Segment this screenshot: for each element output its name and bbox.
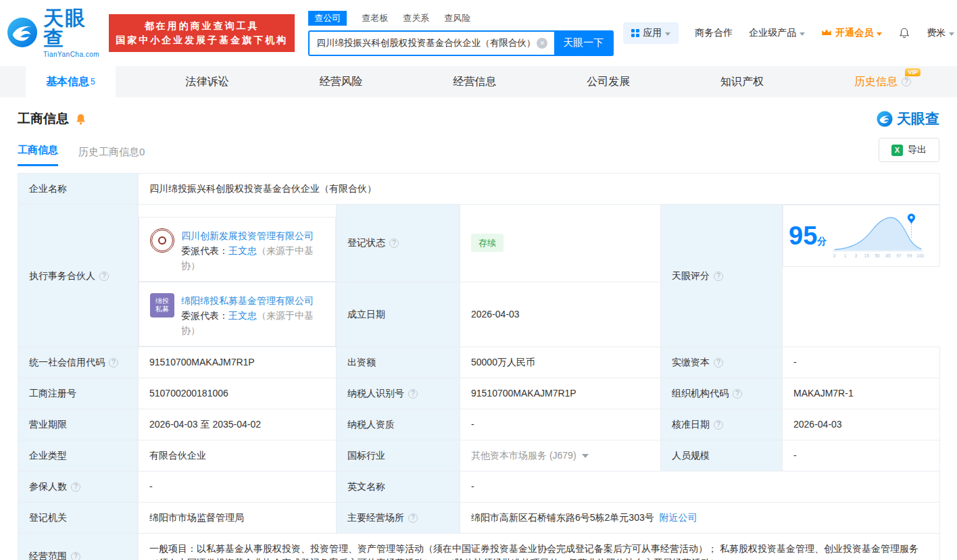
page: 天眼查 TianYanCha.com 都在用的商业查询工具 国家中小企业发展子基…	[0, 0, 957, 560]
svg-text:1: 1	[844, 253, 847, 258]
field-label: 企业名称	[18, 174, 139, 205]
field-label: 成立日期	[337, 282, 460, 347]
help-icon[interactable]	[408, 513, 418, 523]
help-icon[interactable]	[714, 420, 723, 430]
search-tab-risk[interactable]: 查风险	[444, 11, 470, 26]
nearby-companies-link[interactable]: 附近公司	[660, 512, 697, 523]
field-label: 企业类型	[18, 440, 139, 472]
reg-status-value: 存续	[460, 205, 661, 282]
partner-company-link[interactable]: 四川创新发展投资管理有限公司	[181, 230, 314, 241]
business-scope-value: 一般项目：以私募基金从事股权投资、投资管理、资产管理等活动（须在中国证券投资基金…	[139, 534, 940, 560]
score-pin-icon	[908, 213, 915, 238]
business-cooperation-link[interactable]: 商务合作	[695, 27, 733, 39]
tab-legal-proceedings[interactable]: 法律诉讼	[166, 66, 249, 97]
score-value: 95	[789, 222, 817, 250]
section-title: 工商信息	[18, 110, 69, 128]
subtab-history-business-info[interactable]: 历史工商信息0	[78, 146, 145, 166]
score-distribution-chart: 0 1 3 15 50 85 97 99 100	[831, 209, 925, 262]
chevron-down-icon	[877, 32, 882, 36]
bell-icon	[898, 27, 910, 39]
tab-company-development[interactable]: 公司发展	[566, 66, 650, 97]
field-label: 核准日期	[661, 409, 783, 440]
svg-text:50: 50	[875, 253, 881, 258]
search-tab-company[interactable]: 查公司	[308, 11, 347, 26]
partner-logo-icon: 绵投 私募	[150, 293, 174, 317]
vip-badge: VIP	[905, 68, 921, 76]
expand-industry-icon[interactable]	[582, 454, 589, 458]
main-content: 工商信息 天眼查 工商信息 历史工商信息0	[0, 109, 957, 560]
open-vip-menu[interactable]: 开通会员	[821, 27, 882, 39]
insured-value: -	[139, 472, 337, 503]
help-icon[interactable]	[71, 482, 80, 492]
svg-text:99: 99	[907, 253, 912, 258]
search-button[interactable]: 天眼一下	[554, 32, 612, 55]
svg-text:97: 97	[896, 253, 902, 258]
crown-icon	[821, 28, 832, 39]
representative-link[interactable]: 王文忠	[228, 245, 257, 256]
slogan-line2: 国家中小企业发展子基金旗下机构	[116, 33, 288, 47]
user-account-menu[interactable]: 费米	[927, 27, 954, 39]
search-box: 天眼一下	[308, 30, 614, 56]
table-row: 绵投 私募 绵阳绵投私募基金管理有限公司 委派代表：王文忠（来源于中基协） 成立…	[18, 282, 940, 347]
status-badge: 存续	[471, 234, 504, 252]
representative-link[interactable]: 王文忠	[228, 310, 257, 321]
partner-company-link[interactable]: 绵阳绵投私募基金管理有限公司	[181, 295, 314, 306]
credit-code-value: 91510700MAKAJM7R1P	[139, 347, 337, 378]
monitor-bell-icon[interactable]	[74, 113, 87, 126]
table-row: 工商注册号 510700200181006 纳税人识别号 91510700MAK…	[18, 378, 940, 409]
ent-type-value: 有限合伙企业	[139, 440, 337, 472]
paid-in-value: -	[783, 347, 940, 378]
industry-value: 其他资本市场服务 (J679)	[460, 440, 661, 472]
tianyancha-watermark: 天眼查	[877, 109, 939, 128]
tab-operating-info[interactable]: 经营信息	[433, 66, 516, 97]
search-area: 查公司 查老板 查关系 查风险 天眼一下	[308, 11, 614, 56]
table-row: 经营范围 一般项目：以私募基金从事股权投资、投资管理、资产管理等活动（须在中国证…	[18, 534, 940, 560]
tab-basic-info[interactable]: 基本信息5	[26, 66, 116, 97]
approval-date-value: 2026-04-03	[783, 409, 940, 440]
svg-text:85: 85	[886, 253, 891, 258]
field-label: 登记机关	[18, 503, 139, 534]
staff-value: -	[783, 440, 940, 472]
tab-intellectual-property[interactable]: 知识产权	[700, 66, 784, 97]
company-name-value: 四川绵投振兴科创股权投资基金合伙企业（有限合伙）	[139, 174, 940, 205]
enterprise-products-menu[interactable]: 企业级产品	[749, 27, 805, 39]
search-input[interactable]	[310, 32, 554, 55]
capital-value: 50000万人民币	[460, 347, 661, 378]
company-section-tabs: 基本信息5 法律诉讼 经营风险 经营信息 公司发展 知识产权 VIP 历史信息	[0, 66, 957, 97]
apps-menu[interactable]: 应用	[623, 22, 679, 44]
notifications-bell[interactable]	[898, 27, 910, 39]
help-icon[interactable]	[714, 358, 723, 367]
tianyancha-logo-icon	[877, 111, 893, 127]
chevron-down-icon	[800, 32, 805, 36]
help-icon[interactable]	[389, 238, 399, 248]
tianyancha-logo[interactable]: 天眼查 TianYanCha.com	[7, 8, 99, 58]
help-icon[interactable]	[714, 272, 723, 281]
tab-operating-risk[interactable]: 经营风险	[299, 66, 383, 97]
help-icon[interactable]	[902, 77, 911, 86]
help-icon[interactable]	[71, 552, 80, 560]
tianyan-score: 95分 0 1	[783, 205, 940, 267]
search-tab-relation[interactable]: 查关系	[403, 11, 429, 26]
help-icon[interactable]	[408, 389, 418, 399]
field-label: 人员规模	[661, 440, 783, 472]
subtab-business-info[interactable]: 工商信息	[18, 144, 58, 166]
sub-tabs: 工商信息 历史工商信息0 导出	[18, 138, 939, 166]
slogan-line1: 都在用的商业查询工具	[116, 19, 288, 33]
chevron-down-icon	[665, 32, 670, 36]
tianyancha-logo-icon	[7, 17, 38, 50]
search-tab-boss[interactable]: 查老板	[362, 11, 388, 26]
help-icon[interactable]	[733, 389, 742, 399]
apps-label: 应用	[643, 27, 662, 39]
export-button[interactable]: 导出	[879, 138, 939, 162]
help-icon[interactable]	[109, 358, 118, 367]
reg-no-value: 510700200181006	[139, 378, 337, 409]
field-label: 出资额	[337, 347, 460, 378]
field-label: 执行事务合伙人	[18, 205, 139, 347]
help-icon[interactable]	[99, 272, 109, 281]
field-label: 纳税人识别号	[337, 378, 460, 409]
apps-grid-icon	[631, 29, 639, 37]
table-row: 统一社会信用代码 91510700MAKAJM7R1P 出资额 50000万人民…	[18, 347, 940, 378]
tab-history-info[interactable]: VIP 历史信息	[834, 66, 931, 97]
field-label: 纳税人资质	[337, 409, 460, 440]
clear-search-icon[interactable]	[537, 38, 547, 49]
